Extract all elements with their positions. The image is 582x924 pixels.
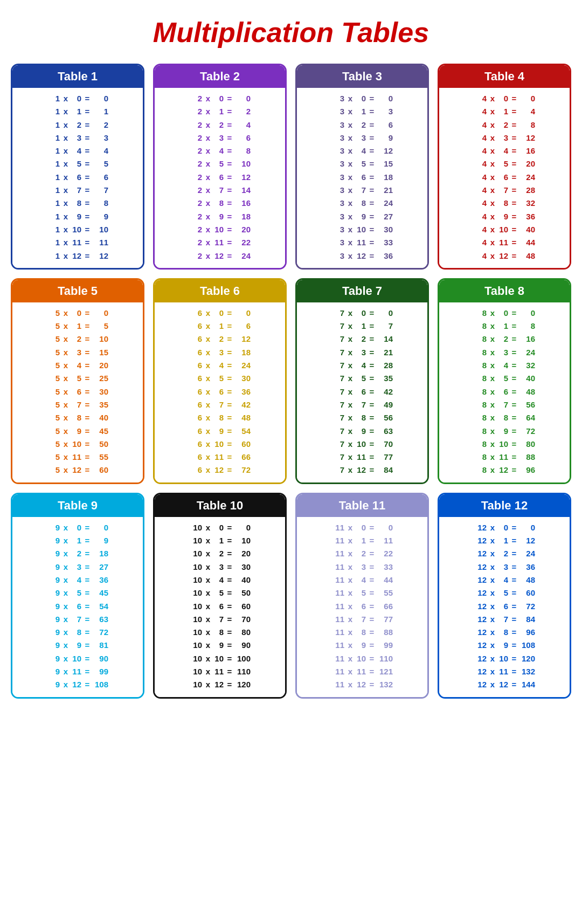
table-body-2: 2 x 0 = 0 2 x 1 = 2 2 x 2 = 4 2 x 3 bbox=[155, 88, 285, 268]
table-row: 7 x 6 = 42 bbox=[302, 385, 422, 398]
table-row: 8 x 5 = 40 bbox=[445, 372, 564, 385]
table-body-5: 5 x 0 = 0 5 x 1 = 5 5 x 2 = 10 5 x 3 bbox=[12, 302, 143, 482]
table-row: 3 x 10 = 30 bbox=[302, 223, 422, 236]
table-row: 10 x 11 = 110 bbox=[160, 665, 280, 678]
table-row: 3 x 12 = 36 bbox=[302, 250, 422, 263]
table-row: 11 x 6 = 66 bbox=[302, 600, 422, 613]
table-row: 9 x 8 = 72 bbox=[18, 626, 137, 639]
table-row: 9 x 0 = 0 bbox=[18, 521, 137, 534]
table-header-6: Table 6 bbox=[155, 280, 285, 302]
table-row: 8 x 3 = 24 bbox=[445, 346, 564, 359]
table-row: 5 x 6 = 30 bbox=[18, 385, 137, 398]
table-body-10: 10 x 0 = 0 10 x 1 = 10 10 x 2 = 20 10 x … bbox=[155, 517, 285, 697]
table-row: 12 x 9 = 108 bbox=[445, 639, 564, 652]
table-row: 11 x 5 = 55 bbox=[302, 587, 422, 599]
table-row: 9 x 1 = 9 bbox=[18, 534, 137, 547]
table-row: 4 x 5 = 20 bbox=[445, 157, 564, 170]
table-row: 3 x 7 = 21 bbox=[302, 184, 422, 197]
table-row: 8 x 2 = 16 bbox=[445, 333, 564, 346]
table-row: 5 x 5 = 25 bbox=[18, 372, 137, 385]
table-row: 1 x 11 = 11 bbox=[18, 236, 137, 249]
table-row: 7 x 9 = 63 bbox=[302, 425, 422, 438]
table-row: 7 x 10 = 70 bbox=[302, 438, 422, 451]
table-row: 6 x 5 = 30 bbox=[160, 372, 280, 385]
table-row: 3 x 4 = 12 bbox=[302, 144, 422, 157]
table-row: 1 x 1 = 1 bbox=[18, 105, 137, 118]
table-row: 9 x 7 = 63 bbox=[18, 613, 137, 626]
table-row: 6 x 10 = 60 bbox=[160, 438, 280, 451]
table-row: 3 x 0 = 0 bbox=[302, 92, 422, 105]
table-row: 12 x 11 = 132 bbox=[445, 665, 564, 678]
table-row: 12 x 3 = 36 bbox=[445, 561, 564, 574]
table-row: 4 x 0 = 0 bbox=[445, 92, 564, 105]
table-row: 2 x 8 = 16 bbox=[160, 197, 280, 210]
table-card-3: Table 3 3 x 0 = 0 3 x 1 = 3 3 x 2 = 6 3 … bbox=[295, 64, 429, 270]
table-row: 4 x 9 = 36 bbox=[445, 210, 564, 223]
table-row: 1 x 8 = 8 bbox=[18, 197, 137, 210]
table-row: 4 x 1 = 4 bbox=[445, 105, 564, 118]
table-row: 2 x 12 = 24 bbox=[160, 250, 280, 263]
table-header-1: Table 1 bbox=[12, 65, 143, 88]
table-card-1: Table 1 1 x 0 = 0 1 x 1 = 1 1 x 2 = 2 1 … bbox=[11, 64, 144, 270]
table-row: 10 x 9 = 90 bbox=[160, 639, 280, 652]
table-row: 12 x 5 = 60 bbox=[445, 587, 564, 599]
tables-grid: Table 1 1 x 0 = 0 1 x 1 = 1 1 x 2 = 2 1 … bbox=[11, 64, 571, 699]
table-row: 10 x 8 = 80 bbox=[160, 626, 280, 639]
table-row: 10 x 2 = 20 bbox=[160, 547, 280, 560]
table-row: 11 x 1 = 11 bbox=[302, 534, 422, 547]
page-title: Multiplication Tables bbox=[11, 16, 571, 49]
table-card-8: Table 8 8 x 0 = 0 8 x 1 = 8 8 x 2 = 16 8… bbox=[438, 278, 571, 484]
table-card-6: Table 6 6 x 0 = 0 6 x 1 = 6 6 x 2 = 12 6… bbox=[153, 278, 287, 484]
table-header-2: Table 2 bbox=[155, 65, 285, 88]
table-row: 2 x 6 = 12 bbox=[160, 171, 280, 184]
table-body-8: 8 x 0 = 0 8 x 1 = 8 8 x 2 = 16 8 x 3 bbox=[439, 302, 570, 482]
table-card-10: Table 10 10 x 0 = 0 10 x 1 = 10 10 x 2 =… bbox=[153, 493, 287, 699]
table-row: 4 x 6 = 24 bbox=[445, 171, 564, 184]
table-row: 1 x 10 = 10 bbox=[18, 223, 137, 236]
table-row: 6 x 4 = 24 bbox=[160, 359, 280, 372]
table-row: 2 x 9 = 18 bbox=[160, 210, 280, 223]
table-row: 8 x 10 = 80 bbox=[445, 438, 564, 451]
table-row: 2 x 3 = 6 bbox=[160, 132, 280, 144]
table-body-9: 9 x 0 = 0 9 x 1 = 9 9 x 2 = 18 9 x 3 bbox=[12, 517, 143, 697]
table-row: 1 x 5 = 5 bbox=[18, 157, 137, 170]
table-row: 5 x 1 = 5 bbox=[18, 320, 137, 333]
table-row: 9 x 10 = 90 bbox=[18, 652, 137, 665]
table-card-12: Table 12 12 x 0 = 0 12 x 1 = 12 12 x 2 =… bbox=[438, 493, 571, 699]
table-row: 11 x 8 = 88 bbox=[302, 626, 422, 639]
table-row: 7 x 4 = 28 bbox=[302, 359, 422, 372]
table-header-11: Table 11 bbox=[297, 494, 427, 517]
table-row: 1 x 2 = 2 bbox=[18, 119, 137, 132]
table-row: 6 x 11 = 66 bbox=[160, 451, 280, 464]
table-row: 9 x 12 = 108 bbox=[18, 678, 137, 691]
table-row: 6 x 9 = 54 bbox=[160, 425, 280, 438]
table-row: 4 x 4 = 16 bbox=[445, 144, 564, 157]
table-row: 11 x 10 = 110 bbox=[302, 652, 422, 665]
table-row: 1 x 3 = 3 bbox=[18, 132, 137, 144]
table-row: 8 x 6 = 48 bbox=[445, 385, 564, 398]
table-header-5: Table 5 bbox=[12, 280, 143, 302]
table-row: 9 x 5 = 45 bbox=[18, 587, 137, 599]
table-row: 12 x 8 = 96 bbox=[445, 626, 564, 639]
table-row: 6 x 6 = 36 bbox=[160, 385, 280, 398]
table-row: 1 x 9 = 9 bbox=[18, 210, 137, 223]
table-row: 1 x 0 = 0 bbox=[18, 92, 137, 105]
table-row: 4 x 3 = 12 bbox=[445, 132, 564, 144]
table-card-9: Table 9 9 x 0 = 0 9 x 1 = 9 9 x 2 = 18 9… bbox=[11, 493, 144, 699]
table-row: 6 x 7 = 42 bbox=[160, 398, 280, 411]
table-row: 2 x 5 = 10 bbox=[160, 157, 280, 170]
table-row: 5 x 9 = 45 bbox=[18, 425, 137, 438]
table-row: 7 x 0 = 0 bbox=[302, 307, 422, 320]
table-row: 9 x 9 = 81 bbox=[18, 639, 137, 652]
table-row: 2 x 10 = 20 bbox=[160, 223, 280, 236]
table-row: 8 x 11 = 88 bbox=[445, 451, 564, 464]
table-row: 3 x 1 = 3 bbox=[302, 105, 422, 118]
table-header-4: Table 4 bbox=[439, 65, 570, 88]
table-row: 9 x 3 = 27 bbox=[18, 561, 137, 574]
table-row: 6 x 3 = 18 bbox=[160, 346, 280, 359]
table-row: 12 x 12 = 144 bbox=[445, 678, 564, 691]
table-row: 4 x 7 = 28 bbox=[445, 184, 564, 197]
table-row: 3 x 6 = 18 bbox=[302, 171, 422, 184]
table-body-6: 6 x 0 = 0 6 x 1 = 6 6 x 2 = 12 6 x 3 bbox=[155, 302, 285, 482]
table-row: 11 x 0 = 0 bbox=[302, 521, 422, 534]
